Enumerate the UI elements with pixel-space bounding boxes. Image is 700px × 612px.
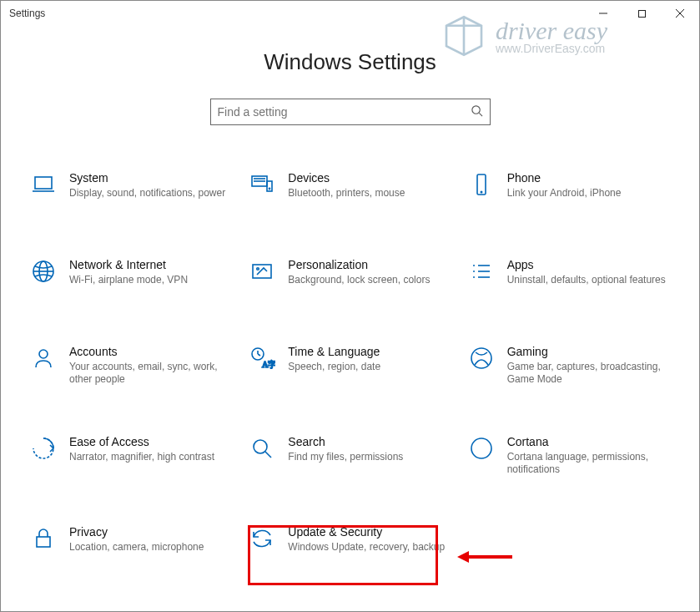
tile-privacy[interactable]: Privacy Location, camera, microphone	[26, 519, 236, 568]
cortana-icon	[467, 434, 496, 463]
svg-point-7	[471, 106, 479, 114]
svg-point-22	[257, 268, 259, 271]
tile-title: System	[69, 170, 228, 185]
laptop-icon	[29, 170, 58, 199]
tile-personalization[interactable]: Personalization Background, lock screen,…	[244, 252, 455, 301]
titlebar: Settings	[1, 1, 699, 26]
tile-title: Update & Security	[288, 524, 446, 539]
svg-point-17	[481, 191, 481, 192]
tile-title: Apps	[507, 257, 666, 272]
tile-accounts[interactable]: Accounts Your accounts, email, sync, wor…	[26, 339, 236, 391]
tile-search[interactable]: Search Find my files, permissions	[244, 429, 455, 481]
tile-title: Time & Language	[288, 344, 446, 359]
tile-title: Search	[288, 434, 446, 449]
phone-icon	[467, 170, 496, 199]
settings-grid: System Display, sound, notifications, po…	[1, 165, 699, 568]
tile-desc: Your accounts, email, sync, work, other …	[69, 361, 228, 386]
tile-time-language[interactable]: A字 Time & Language Speech, region, date	[244, 339, 455, 391]
svg-point-37	[471, 438, 491, 458]
tile-title: Accounts	[69, 344, 228, 359]
tile-desc: Background, lock screen, colors	[288, 274, 446, 286]
update-icon	[248, 524, 276, 553]
tile-title: Privacy	[69, 524, 228, 539]
svg-point-15	[269, 188, 270, 189]
svg-rect-1	[638, 10, 645, 17]
window-controls	[584, 1, 699, 26]
tile-desc: Bluetooth, printers, mouse	[288, 187, 446, 200]
tile-desc: Display, sound, notifications, power	[69, 187, 228, 200]
tile-desc: Link your Android, iPhone	[507, 187, 666, 200]
globe-icon	[29, 257, 58, 286]
tile-desc: Find my files, permissions	[288, 451, 446, 463]
tile-cortana[interactable]: Cortana Cortana language, permissions, n…	[464, 429, 674, 481]
tile-title: Network & Internet	[69, 257, 228, 272]
search-container	[1, 99, 699, 125]
tile-title: Ease of Access	[69, 434, 228, 449]
tile-title: Phone	[507, 170, 666, 185]
svg-text:A字: A字	[262, 360, 275, 369]
tile-phone[interactable]: Phone Link your Android, iPhone	[464, 165, 674, 214]
tile-desc: Game bar, captures, broadcasting, Game M…	[507, 361, 666, 386]
tile-network[interactable]: Network & Internet Wi-Fi, airplane mode,…	[26, 252, 236, 301]
tile-title: Devices	[288, 170, 446, 185]
svg-rect-9	[35, 177, 52, 189]
lock-icon	[29, 524, 58, 553]
tile-ease-of-access[interactable]: Ease of Access Narrator, magnifier, high…	[26, 429, 236, 481]
tile-title: Gaming	[507, 344, 666, 359]
tile-gaming[interactable]: Gaming Game bar, captures, broadcasting,…	[464, 339, 674, 391]
devices-icon	[248, 170, 276, 199]
svg-point-35	[254, 440, 267, 453]
search-box[interactable]	[210, 99, 491, 125]
ease-of-access-icon	[29, 434, 58, 463]
tile-title: Personalization	[288, 257, 446, 272]
tile-desc: Narrator, magnifier, high contrast	[69, 451, 228, 463]
window-title: Settings	[9, 8, 45, 19]
svg-point-29	[39, 350, 48, 358]
search-input[interactable]	[218, 105, 471, 119]
tile-desc: Location, camera, microphone	[69, 541, 228, 554]
tile-apps[interactable]: Apps Uninstall, defaults, optional featu…	[464, 252, 674, 301]
svg-rect-21	[253, 265, 271, 278]
tile-desc: Uninstall, defaults, optional features	[507, 274, 666, 286]
page-title: Windows Settings	[1, 49, 699, 75]
tile-desc: Windows Update, recovery, backup	[288, 541, 446, 554]
tile-desc: Wi-Fi, airplane mode, VPN	[69, 274, 228, 286]
svg-line-8	[479, 113, 482, 116]
tile-title: Cortana	[507, 434, 666, 449]
maximize-button[interactable]	[622, 1, 661, 26]
svg-line-36	[265, 452, 271, 458]
paint-icon	[248, 257, 276, 286]
apps-icon	[467, 257, 496, 286]
tile-update-security[interactable]: Update & Security Windows Update, recove…	[244, 519, 455, 568]
time-language-icon: A字	[248, 344, 276, 372]
svg-rect-38	[37, 537, 50, 547]
tile-desc: Cortana language, permissions, notificat…	[507, 451, 666, 476]
person-icon	[29, 344, 58, 372]
tile-system[interactable]: System Display, sound, notifications, po…	[26, 165, 236, 214]
close-button[interactable]	[661, 1, 699, 26]
search-icon	[471, 104, 483, 119]
magnifier-icon	[248, 434, 276, 463]
svg-line-32	[258, 354, 260, 356]
minimize-button[interactable]	[584, 1, 622, 26]
tile-desc: Speech, region, date	[288, 361, 446, 373]
xbox-icon	[467, 344, 496, 372]
tile-devices[interactable]: Devices Bluetooth, printers, mouse	[244, 165, 455, 214]
svg-point-34	[471, 348, 491, 368]
